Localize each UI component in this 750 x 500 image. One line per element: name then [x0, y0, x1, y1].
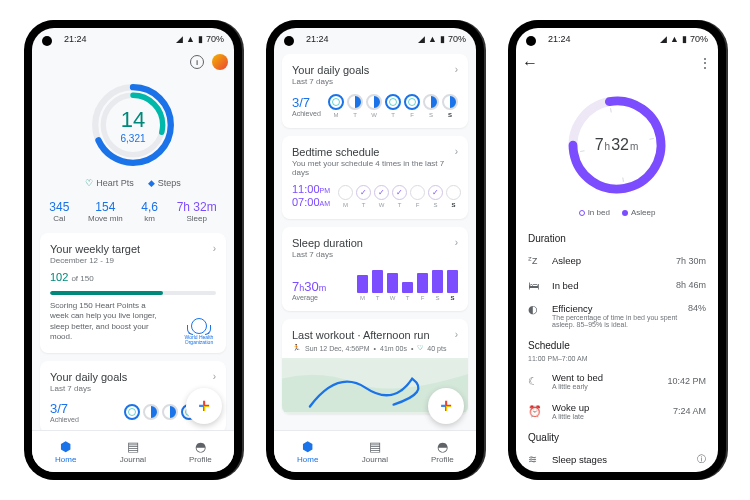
weekly-target-card[interactable]: › Your weekly target December 12 - 19 10… — [40, 233, 226, 353]
wifi-icon: ◢ — [418, 34, 425, 44]
sleep-zz-icon: ᶻz — [528, 254, 544, 267]
camera-hole — [284, 36, 294, 46]
signal-icon: ▲ — [428, 34, 437, 44]
profile-icon: ◓ — [437, 439, 448, 454]
daily-goals-card[interactable]: › Your daily goals Last 7 days 3/7 Achie… — [282, 54, 468, 128]
duration-header: Duration — [516, 227, 718, 248]
chevron-right-icon: › — [455, 64, 458, 75]
chevron-right-icon: › — [455, 329, 458, 340]
inbed-dot-icon — [579, 210, 585, 216]
woke-up-row[interactable]: ⏰ Woke up A little late 7:24 AM — [516, 396, 718, 426]
info-icon[interactable]: i — [190, 55, 204, 69]
asleep-dot-icon — [622, 210, 628, 216]
stats-row[interactable]: 345Cal 154Move min 4,6km 7h 32mSleep — [40, 196, 226, 233]
phone-frame-3: 21:24 ◢▲▮70% ← ⋮ 7h32m — [508, 20, 726, 480]
chevron-right-icon: › — [455, 237, 458, 248]
journal-icon: ▤ — [369, 439, 381, 454]
chevron-right-icon: › — [213, 371, 216, 382]
bedtime-day-checks: ✓✓✓✓ — [338, 185, 461, 200]
sleep-ring: 7h32m — [516, 76, 718, 204]
nav-profile[interactable]: ◓Profile — [167, 431, 234, 472]
battery-icon: ▮ — [198, 34, 203, 44]
bottom-nav: ⬢Home ▤Journal ◓Profile — [274, 430, 476, 472]
sleep-stages-row[interactable]: ≋ Sleep stages ⓘ — [516, 447, 718, 472]
efficiency-icon: ◐ — [528, 303, 544, 316]
journal-icon: ▤ — [127, 439, 139, 454]
sleep-duration-card[interactable]: › Sleep duration Last 7 days 7h30m Avera… — [282, 227, 468, 311]
home-icon: ⬢ — [302, 439, 313, 454]
profile-icon: ◓ — [195, 439, 206, 454]
ring-legend: ♡Heart Pts ◆Steps — [40, 174, 226, 196]
alarm-icon: ⏰ — [528, 405, 544, 418]
nav-journal[interactable]: ▤Journal — [99, 431, 166, 472]
signal-icon: ▲ — [186, 34, 195, 44]
sleep-bar-chart — [357, 265, 458, 293]
run-icon: 🏃 — [292, 344, 301, 352]
phone-frame-2: 21:24 ◢▲▮70% › Your daily goals Last 7 d… — [266, 20, 484, 480]
signal-icon: ▲ — [670, 34, 679, 44]
bottom-nav: ⬢Home ▤Journal ◓Profile — [32, 430, 234, 472]
info-icon[interactable]: ⓘ — [697, 453, 706, 466]
schedule-header: Schedule — [516, 334, 718, 355]
steps-value: 6,321 — [120, 133, 145, 144]
quality-header: Quality — [516, 426, 718, 447]
fab-add[interactable]: + — [186, 388, 222, 424]
status-bar: 21:24 ◢ ▲ ▮ 70% — [32, 28, 234, 50]
steps-icon: ◆ — [148, 178, 155, 188]
nav-home[interactable]: ⬢Home — [274, 431, 341, 472]
bed-icon: 🛏 — [528, 279, 544, 291]
battery-icon: ▮ — [682, 34, 687, 44]
bedtime-card[interactable]: › Bedtime schedule You met your schedule… — [282, 136, 468, 219]
heart-icon: ♡ — [85, 178, 93, 188]
nav-profile[interactable]: ◓Profile — [409, 431, 476, 472]
chevron-right-icon: › — [455, 146, 458, 157]
target-progress — [50, 291, 216, 295]
goal-day-circles — [328, 94, 458, 110]
went-to-bed-row[interactable]: ☾ Went to bed A little early 10:42 PM — [516, 366, 718, 396]
nav-journal[interactable]: ▤Journal — [341, 431, 408, 472]
efficiency-row[interactable]: ◐ Efficiency The percentage of time in b… — [516, 297, 718, 334]
chevron-right-icon: › — [213, 243, 216, 254]
phone-frame-1: 21:24 ◢ ▲ ▮ 70% i — [24, 20, 242, 480]
wifi-icon: ◢ — [660, 34, 667, 44]
clock: 21:24 — [64, 34, 87, 44]
sleep-legend: In bed Asleep — [516, 204, 718, 227]
bedtime-values: 11:00PM 07:00AM — [292, 183, 330, 209]
battery-icon: ▮ — [440, 34, 445, 44]
inbed-row[interactable]: 🛏 In bed 8h 46m — [516, 273, 718, 297]
who-logo: World Health Organization — [180, 318, 218, 345]
moon-icon: ☾ — [528, 375, 544, 388]
status-bar: 21:24 ◢▲▮70% — [274, 28, 476, 50]
battery-pct: 70% — [206, 34, 224, 44]
stages-icon: ≋ — [528, 453, 544, 466]
more-icon[interactable]: ⋮ — [698, 55, 712, 71]
camera-hole — [42, 36, 52, 46]
back-button[interactable]: ← — [522, 54, 538, 72]
activity-ring[interactable]: 14 6,321 — [40, 74, 226, 174]
camera-hole — [526, 36, 536, 46]
sleep-total: 7h32m — [595, 136, 640, 154]
avatar[interactable] — [212, 54, 228, 70]
asleep-row[interactable]: ᶻz Asleep 7h 30m — [516, 248, 718, 273]
nav-home[interactable]: ⬢Home — [32, 431, 99, 472]
heart-points-value: 14 — [121, 107, 145, 133]
fab-add[interactable]: + — [428, 388, 464, 424]
status-bar: 21:24 ◢▲▮70% — [516, 28, 718, 50]
home-icon: ⬢ — [60, 439, 71, 454]
wifi-icon: ◢ — [176, 34, 183, 44]
